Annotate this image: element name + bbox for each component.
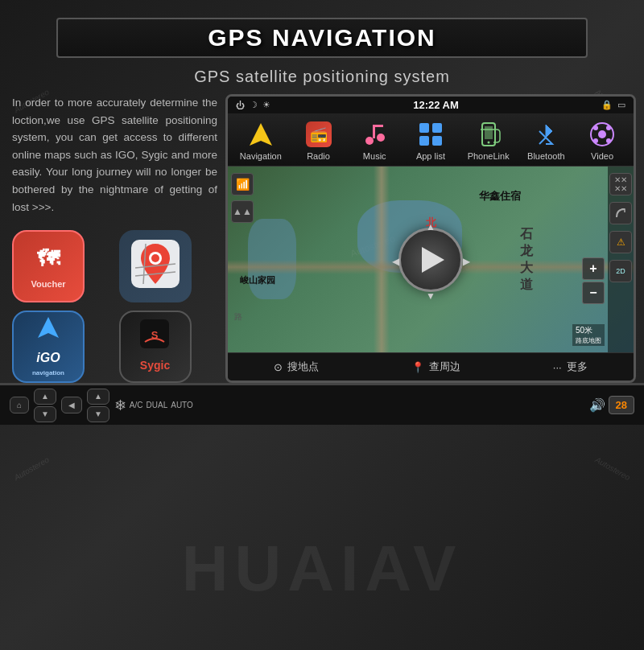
voucher-content: 🗺 Voucher <box>31 241 65 291</box>
app-item-music[interactable]: Music <box>350 118 398 162</box>
zoom-out-btn[interactable]: − <box>582 282 605 304</box>
status-bar: ⏻ ☽ ☀ 12:22 AM 🔒 ▭ <box>228 97 634 113</box>
title-bar: GPS NAVIGATION <box>56 18 588 58</box>
home-col: ▲ ▼ <box>34 389 56 422</box>
signal-btn[interactable]: 📶 <box>231 173 254 195</box>
map-right-sidebar: ✕✕✕✕ ⚠ 2D <box>608 167 634 352</box>
description-text: In order to more accurately determine th… <box>12 94 217 216</box>
climate-controls: ❄ A/C DUAL AUTO <box>114 397 193 414</box>
phonelink-icon <box>474 120 503 149</box>
left-panel: In order to more accurately determine th… <box>8 94 225 383</box>
route-btn[interactable] <box>609 202 632 224</box>
up-btn[interactable]: ▲ <box>34 389 56 405</box>
phonelink-label: PhoneLink <box>468 151 510 161</box>
svg-rect-19 <box>485 126 493 139</box>
scale-value: 50米 <box>576 325 601 336</box>
app-item-applist[interactable]: App list <box>407 118 455 162</box>
igo-text-label: iGO <box>32 348 64 368</box>
app-icon-voucher[interactable]: 🗺 Voucher <box>12 230 85 302</box>
svg-point-20 <box>487 142 489 144</box>
moon-icon: ☽ <box>250 100 258 110</box>
main-layout: In order to more accurately determine th… <box>0 94 644 383</box>
app-item-bluetooth[interactable]: Bluetooth <box>522 118 570 162</box>
music-icon <box>360 120 389 149</box>
gmaps-content <box>131 240 180 294</box>
sygic-content: S Sygic <box>140 319 170 375</box>
nav-play-icon <box>422 247 444 273</box>
svg-point-2 <box>151 254 159 262</box>
compass-n: ▲ <box>426 221 436 232</box>
scale-indicator: 50米 路底地图 <box>572 324 605 346</box>
svg-point-11 <box>377 134 385 142</box>
down-btn[interactable]: ▼ <box>34 406 56 422</box>
app-item-video[interactable]: Video <box>578 118 626 162</box>
lock-icon: 🔒 <box>601 100 613 110</box>
power-icon: ⏻ <box>236 101 245 110</box>
expand-btn[interactable]: ✕✕✕✕ <box>609 173 632 195</box>
svg-point-10 <box>365 137 374 145</box>
back-dn-btn[interactable]: ▼ <box>87 406 109 422</box>
view-2d-btn[interactable]: 2D <box>609 260 632 282</box>
volume-icon: 🔊 <box>589 397 605 413</box>
app-item-radio[interactable]: 📻 Radio <box>295 118 343 162</box>
compass-w: ◀ <box>392 256 399 267</box>
voucher-icon: 🗺 <box>31 241 65 278</box>
search-btn[interactable]: ⊙ 搜地点 <box>274 360 319 374</box>
app-bar: Navigation 📻 Radio <box>228 113 634 167</box>
radio-icon-box: 📻 <box>306 121 332 147</box>
map-area[interactable]: Autostereo Autostereo 华鑫住宿 峻山家园 石龙大道 <box>228 167 634 352</box>
nearby-label: 查周边 <box>429 360 460 374</box>
warning-btn[interactable]: ⚠ <box>609 231 632 253</box>
status-right: 🔒 ▭ <box>601 100 625 110</box>
search-icon: ⊙ <box>274 361 283 373</box>
igo-arrow-icon <box>32 315 64 345</box>
status-left: ⏻ ☽ ☀ <box>236 100 270 110</box>
map-label-huaxin: 华鑫住宿 <box>479 189 521 204</box>
svg-point-28 <box>598 130 606 138</box>
page-title: GPS NAVIGATION <box>74 24 570 51</box>
svg-line-21 <box>539 131 546 138</box>
bluetooth-icon <box>531 120 560 149</box>
map-label-shilong: 石龙大道 <box>520 226 535 294</box>
app-item-phonelink[interactable]: PhoneLink <box>463 118 514 162</box>
home-btn[interactable]: ⌂ <box>10 397 29 413</box>
svg-point-27 <box>606 138 611 143</box>
app-icon-sygic[interactable]: S Sygic <box>119 311 192 383</box>
zoom-buttons: + − <box>582 257 605 304</box>
svg-rect-13 <box>373 125 383 127</box>
svg-rect-17 <box>432 136 442 146</box>
applist-label: App list <box>416 151 445 161</box>
nearby-btn[interactable]: 📍 查周边 <box>411 360 460 374</box>
app-icons-grid: 🗺 Voucher <box>12 230 217 383</box>
back-btn[interactable]: ◀ <box>61 397 82 413</box>
radio-symbol: 📻 <box>310 125 328 143</box>
svg-marker-9 <box>250 123 272 146</box>
video-label: Video <box>591 151 613 161</box>
app-icon-igo[interactable]: iGO navigation <box>12 311 85 383</box>
search-label: 搜地点 <box>287 360 319 374</box>
back-icon: ◀ <box>68 401 75 409</box>
nav-circle[interactable] <box>398 228 463 292</box>
scale-sub: 路底地图 <box>576 336 601 345</box>
gmaps-svg <box>131 240 180 288</box>
big-watermark: HUAIAV <box>182 532 463 606</box>
more-icon: ··· <box>553 361 562 373</box>
more-btn[interactable]: ··· 更多 <box>553 360 588 374</box>
svg-point-24 <box>593 125 598 130</box>
nearby-icon: 📍 <box>411 361 424 373</box>
applist-icon <box>416 120 445 149</box>
back-up-btn[interactable]: ▲ <box>87 389 109 405</box>
zoom-in-btn[interactable]: + <box>582 257 605 280</box>
video-icon <box>588 120 617 149</box>
svg-point-25 <box>606 125 611 130</box>
title-section: GPS NAVIGATION GPS satellite positioning… <box>0 0 644 86</box>
map-label-junshan: 峻山家园 <box>240 274 275 286</box>
svg-rect-14 <box>419 123 429 133</box>
app-item-navigation[interactable]: Navigation <box>235 118 287 162</box>
app-icon-gmaps[interactable] <box>119 230 192 302</box>
ac-icon: ❄ <box>114 397 126 414</box>
wifi-btn[interactable]: ▲▲ <box>231 200 254 223</box>
bluetooth-label: Bluetooth <box>527 151 564 161</box>
svg-marker-6 <box>38 317 59 338</box>
igo-content: iGO navigation <box>32 315 64 379</box>
